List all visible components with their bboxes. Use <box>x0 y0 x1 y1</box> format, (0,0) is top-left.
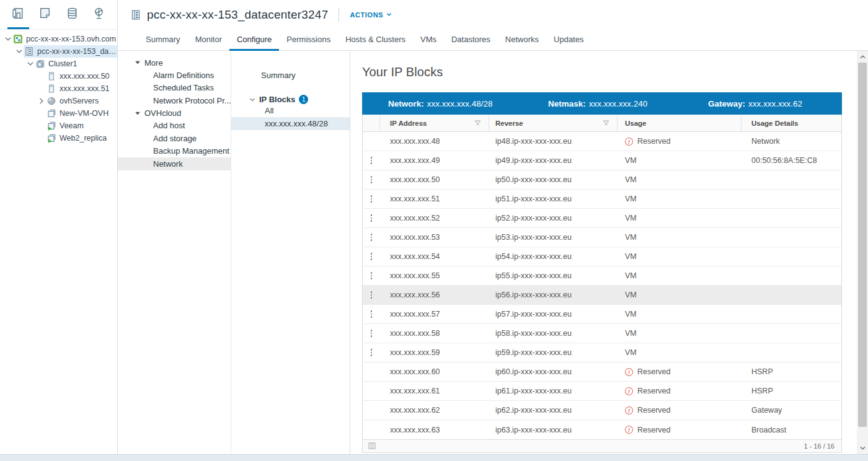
ip-block-item[interactable]: All <box>231 104 350 117</box>
reverse-cell: ip50.ip-xxx-xxx-xxx.eu <box>489 175 618 184</box>
reverse-cell: ip48.ip-xxx-xxx-xxx.eu <box>489 137 618 146</box>
ip-address-cell: xxx.xxx.xxx.58 <box>380 329 489 338</box>
usage-cell: VM <box>618 156 742 165</box>
tree-item[interactable]: xxx.xxx.xxx.50 <box>0 70 117 82</box>
chevron-spacer <box>37 84 46 93</box>
scroll-down-icon[interactable] <box>857 443 868 453</box>
scroll-up-icon[interactable] <box>857 52 868 62</box>
ip-address-cell: xxx.xxx.xxx.60 <box>380 367 489 376</box>
tree-item[interactable]: Cluster1 <box>0 58 117 70</box>
actions-button[interactable]: ACTIONS <box>350 11 392 19</box>
usage-details-cell: Broadcast <box>742 426 841 434</box>
table-row[interactable]: xxx.xxx.xxx.56ip56.ip-xxx-xxx-xxx.euVM <box>363 286 841 305</box>
kebab-menu-icon[interactable] <box>371 214 373 222</box>
tab-hosts-clusters[interactable]: Hosts & Clusters <box>338 30 413 51</box>
title-actions-divider <box>339 8 339 22</box>
nav-item-backup-management[interactable]: Backup Management <box>118 145 231 158</box>
kebab-menu-icon[interactable] <box>371 310 373 318</box>
inventory-tab-vms-and-templates[interactable] <box>34 0 56 29</box>
tab-permissions[interactable]: Permissions <box>279 30 338 51</box>
kebab-menu-icon[interactable] <box>371 291 373 299</box>
ip-address-cell: xxx.xxx.xxx.61 <box>380 387 489 395</box>
table-row[interactable]: xxx.xxx.xxx.49ip49.ip-xxx-xxx-xxx.euVM00… <box>363 151 841 170</box>
kebab-menu-icon[interactable] <box>371 272 373 279</box>
tree-item[interactable]: xxx.xxx.xxx.51 <box>0 82 117 95</box>
tree-item[interactable]: pcc-xx-xx-xx-153_datac... <box>0 45 117 58</box>
ip-blocks-section[interactable]: IP Blocks 1 <box>231 95 350 104</box>
row-menu-cell <box>363 330 380 337</box>
nav-item-scheduled-tasks[interactable]: Scheduled Tasks <box>118 82 231 95</box>
table-row[interactable]: xxx.xxx.xxx.51ip51.ip-xxx-xxx-xxx.euVM <box>363 190 841 209</box>
table-row[interactable]: xxx.xxx.xxx.60ip60.ip-xxx-xxx-xxx.eu!Res… <box>363 362 841 382</box>
chevron-spacer <box>37 109 46 118</box>
usage-cell: VM <box>618 348 742 357</box>
table-row[interactable]: xxx.xxx.xxx.59ip59.ip-xxx-xxx-xxx.euVM <box>363 343 841 362</box>
tree-item[interactable]: ovhServers <box>0 95 117 107</box>
chevron-down-icon[interactable] <box>4 35 12 43</box>
vm-running-icon <box>46 121 56 131</box>
table-row[interactable]: xxx.xxx.xxx.53ip53.ip-xxx-xxx-xxx.euVM <box>363 228 841 247</box>
filter-icon[interactable] <box>474 120 481 126</box>
tab-summary[interactable]: Summary <box>138 30 188 51</box>
tree-item[interactable]: Web2_replica <box>0 132 117 144</box>
table-row[interactable]: xxx.xxx.xxx.50ip50.ip-xxx-xxx-xxx.euVM <box>363 170 841 190</box>
reverse-cell: ip53.ip-xxx-xxx-xxx.eu <box>489 233 618 242</box>
inventory-tab-networks[interactable] <box>88 0 110 29</box>
nav-item-network-protocol-pr-[interactable]: Network Protocol Pr... <box>118 94 231 107</box>
usage-cell: !Reserved <box>618 367 742 376</box>
nav-item-add-storage[interactable]: Add storage <box>118 132 231 145</box>
tree-item[interactable]: New-VM-OVH <box>0 107 117 120</box>
chevron-right-icon[interactable] <box>37 97 46 105</box>
ip-block-summary-bar: Network:xxx.xxx.xxx.48/28Netmask:xxx.xxx… <box>362 92 842 115</box>
kebab-menu-icon[interactable] <box>371 349 373 356</box>
reverse-cell: ip58.ip-xxx-xxx-xxx.eu <box>489 329 618 338</box>
nav-item-summary[interactable]: Summary <box>261 71 350 80</box>
nav-group-ovhcloud[interactable]: OVHcloud <box>118 107 231 120</box>
chevron-down-icon[interactable] <box>26 59 35 68</box>
table-row[interactable]: xxx.xxx.xxx.55ip55.ip-xxx-xxx-xxx.euVM <box>363 266 841 286</box>
tree-item-label: Veeam <box>60 121 84 130</box>
nav-group-more[interactable]: More <box>118 56 231 69</box>
kebab-menu-icon[interactable] <box>371 330 373 337</box>
tab-updates[interactable]: Updates <box>546 30 591 51</box>
ip-block-item[interactable]: xxx.xxx.xxx.48/28 <box>231 117 350 130</box>
usage-cell: VM <box>618 271 742 280</box>
usage-cell: !Reserved <box>618 406 742 415</box>
kebab-menu-icon[interactable] <box>371 195 373 203</box>
tree-item[interactable]: pcc-xx-xx-xx-153.ovh.com <box>0 33 117 45</box>
inventory-tab-storage[interactable] <box>61 0 83 29</box>
nav-item-add-host[interactable]: Add host <box>118 120 231 133</box>
column-chooser-icon[interactable] <box>368 442 376 450</box>
table-row[interactable]: xxx.xxx.xxx.52ip52.ip-xxx-xxx-xxx.euVM <box>363 209 841 228</box>
kebab-menu-icon[interactable] <box>371 176 373 183</box>
tab-vms[interactable]: VMs <box>413 30 444 51</box>
ip-address-cell: xxx.xxx.xxx.55 <box>380 271 489 280</box>
usage-details-cell: Gateway <box>742 406 841 415</box>
table-row[interactable]: xxx.xxx.xxx.62ip62.ip-xxx-xxx-xxx.eu!Res… <box>363 401 841 420</box>
tree-item-label: Web2_replica <box>60 134 107 143</box>
tab-configure[interactable]: Configure <box>229 30 279 51</box>
table-row[interactable]: xxx.xxx.xxx.48ip48.ip-xxx-xxx-xxx.eu!Res… <box>363 132 841 151</box>
tab-datastores[interactable]: Datastores <box>444 30 498 51</box>
kebab-menu-icon[interactable] <box>371 157 373 164</box>
kebab-menu-icon[interactable] <box>371 253 373 260</box>
tree-item[interactable]: Veeam <box>0 120 117 132</box>
filter-icon[interactable] <box>603 120 609 126</box>
inventory-tab-hosts-and-clusters[interactable] <box>7 0 29 29</box>
row-menu-cell <box>363 176 380 183</box>
table-row[interactable]: xxx.xxx.xxx.57ip57.ip-xxx-xxx-xxx.euVM <box>363 305 841 324</box>
table-row[interactable]: xxx.xxx.xxx.61ip61.ip-xxx-xxx-xxx.eu!Res… <box>363 382 841 401</box>
table-row[interactable]: xxx.xxx.xxx.63ip63.ip-xxx-xxx-xxx.eu!Res… <box>363 420 841 439</box>
table-row[interactable]: xxx.xxx.xxx.54ip54.ip-xxx-xxx-xxx.euVM <box>363 247 841 266</box>
tree-item-label: xxx.xxx.xxx.51 <box>60 84 110 93</box>
tab-networks[interactable]: Networks <box>498 30 546 51</box>
nav-item-network[interactable]: Network <box>118 157 231 170</box>
chevron-down-icon[interactable] <box>15 47 24 56</box>
kebab-menu-icon[interactable] <box>371 234 373 241</box>
scrollbar-thumb[interactable] <box>858 63 867 427</box>
nav-item-alarm-definitions[interactable]: Alarm Definitions <box>118 69 231 82</box>
vertical-scrollbar[interactable] <box>857 51 868 454</box>
tab-monitor[interactable]: Monitor <box>188 30 229 51</box>
table-row[interactable]: xxx.xxx.xxx.58ip58.ip-xxx-xxx-xxx.euVM <box>363 324 841 343</box>
reverse-cell: ip55.ip-xxx-xxx-xxx.eu <box>489 271 618 280</box>
